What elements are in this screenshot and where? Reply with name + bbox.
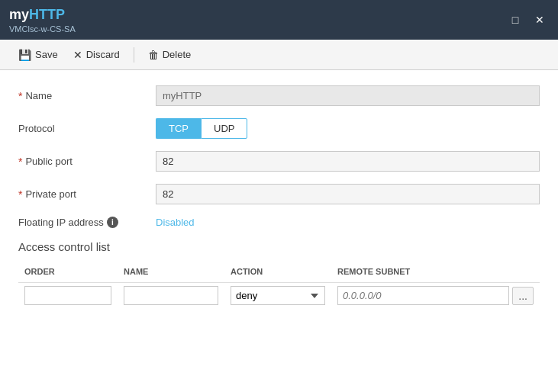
save-label: Save (35, 49, 58, 60)
acl-action-cell: deny allow (224, 283, 331, 309)
private-port-input[interactable] (156, 184, 540, 204)
col-header-action: ACTION (224, 264, 331, 283)
tcp-button[interactable]: TCP (156, 118, 201, 139)
acl-name-cell (118, 283, 224, 309)
table-row: deny allow ... (18, 283, 540, 309)
col-header-name: NAME (118, 264, 224, 283)
floating-ip-value: Disabled (156, 217, 195, 228)
toolbar-divider (134, 47, 134, 63)
protocol-label: Protocol (18, 123, 156, 134)
floating-ip-value-wrapper: Disabled (156, 217, 540, 228)
discard-icon: ✕ (73, 49, 82, 61)
floating-ip-label: Floating IP address i (18, 217, 156, 228)
content-area: * Name Protocol TCP UDP * Public port * … (0, 70, 558, 392)
minimize-icon: □ (512, 14, 518, 26)
delete-label: Delete (163, 49, 192, 60)
minimize-button[interactable]: □ (506, 11, 524, 29)
title-bar-left: myHTTP VMClsc-w-CS-SA (9, 7, 76, 34)
name-row: * Name (18, 85, 540, 106)
private-port-row: * Private port (18, 184, 540, 204)
public-port-label: * Public port (18, 156, 156, 168)
public-port-input[interactable] (156, 151, 540, 172)
acl-name-input[interactable] (124, 286, 218, 305)
app-title-name: HTTP (29, 7, 65, 22)
name-required-star: * (18, 90, 22, 102)
toolbar: 💾 Save ✕ Discard 🗑 Delete (0, 40, 558, 70)
close-icon: ✕ (535, 14, 544, 26)
acl-table: ORDER NAME ACTION REMOTE SUBNET (18, 264, 540, 308)
name-input-wrapper (156, 85, 540, 106)
acl-title: Access control list (18, 240, 540, 253)
name-label: * Name (18, 90, 156, 102)
app-subtitle: VMClsc-w-CS-SA (9, 24, 76, 34)
acl-order-cell (18, 283, 118, 309)
save-button[interactable]: 💾 Save (12, 46, 64, 64)
col-header-order: ORDER (18, 264, 118, 283)
acl-header-row: ORDER NAME ACTION REMOTE SUBNET (18, 264, 540, 283)
acl-remote-subnet-input[interactable] (337, 286, 509, 305)
private-port-star: * (18, 188, 22, 201)
name-input[interactable] (156, 85, 540, 106)
protocol-group: TCP UDP (156, 118, 540, 139)
delete-icon: 🗑 (148, 49, 159, 61)
delete-button[interactable]: 🗑 Delete (142, 46, 198, 64)
floating-ip-row: Floating IP address i Disabled (18, 217, 540, 228)
protocol-row: Protocol TCP UDP (18, 118, 540, 139)
close-button[interactable]: ✕ (531, 11, 549, 29)
acl-order-input[interactable] (24, 286, 111, 305)
udp-button[interactable]: UDP (201, 118, 247, 139)
public-port-row: * Public port (18, 151, 540, 172)
remote-subnet-wrap: ... (337, 286, 534, 305)
acl-remote-cell: ... (331, 283, 540, 309)
floating-ip-info-icon: i (107, 217, 118, 228)
app-title-prefix: my (9, 7, 29, 22)
public-port-wrapper (156, 151, 540, 172)
acl-action-select[interactable]: deny allow (231, 286, 325, 305)
save-icon: 💾 (18, 49, 31, 61)
title-bar-controls: □ ✕ (506, 11, 549, 29)
private-port-label: * Private port (18, 188, 156, 201)
discard-button[interactable]: ✕ Discard (67, 46, 126, 64)
acl-tbody: deny allow ... (18, 283, 540, 309)
acl-more-button[interactable]: ... (512, 287, 534, 305)
discard-label: Discard (86, 49, 120, 60)
app-title: myHTTP (9, 7, 76, 23)
title-bar: myHTTP VMClsc-w-CS-SA □ ✕ (0, 0, 558, 40)
col-header-remote-subnet: REMOTE SUBNET (331, 264, 540, 283)
acl-section: Access control list ORDER NAME ACTION RE… (18, 240, 540, 308)
private-port-wrapper (156, 184, 540, 204)
public-port-star: * (18, 156, 22, 168)
acl-thead: ORDER NAME ACTION REMOTE SUBNET (18, 264, 540, 283)
